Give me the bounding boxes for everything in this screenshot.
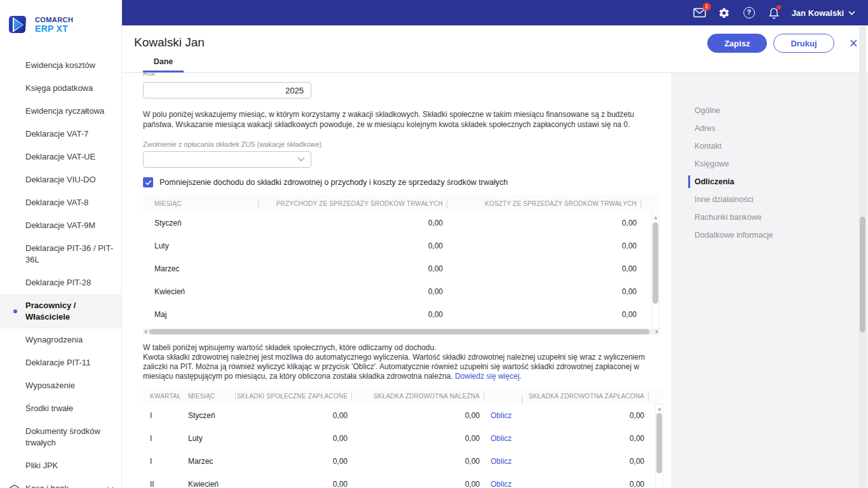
section-nav-item-adres[interactable]: Adres [671,119,868,137]
cost-cell[interactable]: 0,00 [443,287,637,296]
social-paid-cell[interactable]: 0,00 [231,411,348,420]
scroll-right-arrow[interactable] [656,330,658,334]
calculate-link[interactable]: Oblicz [480,457,518,466]
table-row: ILuty0,000,00Oblicz0,00 [143,427,663,450]
notifications-icon[interactable] [767,6,781,20]
scrollbar-thumb[interactable] [656,413,662,473]
page: Kowalski Jan Dane Zapisz Drukuj × Rok W … [122,25,868,488]
sidebar: COMARCH ERP XT Ewidencja kosztówKsięga p… [0,0,122,488]
cost-cell[interactable]: 0,00 [443,241,637,250]
save-button[interactable]: Zapisz [707,34,767,53]
year-label: Rok [143,73,661,77]
calculate-link[interactable]: Oblicz [480,411,518,420]
health-paid-cell[interactable]: 0,00 [518,411,644,420]
sidebar-item-wyposazenie[interactable]: Wyposażenie [0,374,121,397]
contributions-table-vertical-scrollbar[interactable] [655,404,663,487]
scroll-up-arrow[interactable] [658,407,661,410]
scrollbar-thumb[interactable] [653,222,658,304]
cost-cell[interactable]: 0,00 [443,219,637,227]
social-paid-cell[interactable]: 0,00 [231,480,348,488]
sidebar-item-deklaracje-pit-36-pit-36l[interactable]: Deklaracje PIT-36 / PIT-36L [0,237,121,271]
health-paid-cell[interactable]: 0,00 [518,480,644,488]
health-due-cell[interactable]: 0,00 [348,434,480,443]
sidebar-item-ewidencja-kosztow[interactable]: Ewidencja kosztów [0,54,121,77]
month-cell: Styczeń [143,219,254,227]
social-paid-cell[interactable]: 0,00 [231,434,348,443]
section-nav-label: Kontakt [695,142,721,151]
sidebar-item-srodki-trwale[interactable]: Środki trwałe [0,397,121,420]
contributions-table-body: IStyczeń0,000,00Oblicz0,00ILuty0,000,00O… [143,404,663,488]
topbar: 1 ? Jan Kowalski [122,0,868,25]
sidebar-item-wynagrodzenia[interactable]: Wynagrodzenia [0,329,121,351]
calculate-link[interactable]: Oblicz [480,480,518,488]
checkbox-checked-icon[interactable] [143,177,153,187]
revenue-cell[interactable]: 0,00 [254,287,443,296]
section-nav-item-dodatkowe-informacje[interactable]: Dodatkowe informacje [671,226,868,244]
health-paid-cell[interactable]: 0,00 [518,434,644,443]
help-icon[interactable]: ? [742,6,756,20]
section-nav-item-ksiegowe[interactable]: Księgowe [671,155,868,173]
sidebar-item-ewidencja-ryczaltowa[interactable]: Ewidencja ryczałtowa [0,100,121,123]
sidebar-item-label: Pliki JPK [25,461,58,470]
assets-table-horizontal-scrollbar[interactable] [143,329,660,335]
sidebar-item-label: Ewidencja kosztów [25,60,95,70]
year-input[interactable] [143,82,311,98]
scroll-up-arrow[interactable] [654,216,658,219]
section-nav-label: Rachunki bankowe [695,213,762,222]
revenue-cell[interactable]: 0,00 [254,219,443,227]
sidebar-item-deklaracje-pit-28[interactable]: Deklaracje PIT-28 [0,271,121,294]
scrollbar-thumb[interactable] [149,329,649,334]
revenue-cell[interactable]: 0,00 [254,310,443,319]
brand-name: COMARCH [35,16,73,24]
contributions-info-text: W tabeli poniżej wpisujemy wartość skład… [143,343,669,381]
section-nav-item-kontakt[interactable]: Kontakt [671,137,868,155]
print-button[interactable]: Drukuj [773,34,834,53]
sidebar-item-deklaracje-viu-do[interactable]: Deklaracje VIU-DO [0,168,121,191]
sidebar-item-deklaracje-vat-ue[interactable]: Deklaracje VAT-UE [0,146,121,168]
section-nav-item-rachunki-bankowe[interactable]: Rachunki bankowe [671,208,868,226]
cost-cell[interactable]: 0,00 [443,264,637,273]
sidebar-item-deklaracje-vat-8[interactable]: Deklaracje VAT-8 [0,191,121,214]
sidebar-item-pracownicy-wlasciciele[interactable]: Pracownicy / Właściciele [0,294,121,329]
calculate-link[interactable]: Oblicz [480,434,518,443]
scrollbar-thumb[interactable] [860,217,865,332]
cost-cell[interactable]: 0,00 [443,310,637,319]
section-nav-item-odliczenia[interactable]: Odliczenia [671,173,868,191]
mail-icon[interactable]: 1 [693,6,707,20]
sidebar-item-deklaracje-vat-7[interactable]: Deklaracje VAT-7 [0,123,121,146]
revenue-cell[interactable]: 0,00 [254,241,443,250]
tab-dane[interactable]: Dane [143,57,184,72]
learn-more-link[interactable]: Dowiedz się więcej. [455,372,522,381]
page-scrollbar[interactable] [859,26,866,487]
sidebar-item-deklaracje-vat-9m[interactable]: Deklaracje VAT-9M [0,214,121,237]
section-nav-item-ogolne[interactable]: Ogólne [671,102,868,119]
health-due-cell[interactable]: 0,00 [348,411,480,420]
sidebar-item-pliki-jpk[interactable]: Pliki JPK [0,454,121,477]
scroll-left-arrow[interactable] [144,330,147,334]
brand-product: ERP XT [35,24,73,34]
health-due-cell[interactable]: 0,00 [348,457,480,466]
health-deduction-checkbox-row[interactable]: Pomniejszenie dochodu do składki zdrowot… [143,177,661,187]
assets-table-vertical-scrollbar[interactable] [651,213,660,335]
zus-exemption-select[interactable] [143,151,311,168]
assets-sales-table: MIESIĄCPRZYCHODY ZE SPRZEDAŻY ŚRODKÓW TR… [143,195,660,335]
sidebar-item-label: Ewidencja ryczałtowa [25,106,104,116]
sidebar-item-deklaracje-pit-11[interactable]: Deklaracje PIT-11 [0,351,121,374]
brand-logo[interactable]: COMARCH ERP XT [0,0,121,39]
sidebar-item-ksiega-podatkowa[interactable]: Księga podatkowa [0,77,121,100]
user-menu[interactable]: Jan Kowalski [792,8,855,18]
health-paid-cell[interactable]: 0,00 [518,457,644,466]
revenue-cell[interactable]: 0,00 [254,264,443,273]
social-paid-cell[interactable]: 0,00 [231,457,348,466]
sidebar-item-dokumenty-srodkow-trwalych[interactable]: Dokumenty środków trwałych [0,420,121,454]
health-due-cell[interactable]: 0,00 [348,480,480,488]
comarch-logo-icon [8,15,29,34]
close-icon[interactable]: × [850,36,858,51]
section-nav-label: Adres [695,124,715,133]
form-panel: Rok W polu poniżej wskazujemy miesiąc, w… [122,73,671,488]
sidebar-item-label: Wyposażenie [25,381,75,390]
settings-icon[interactable] [717,6,731,20]
section-nav-item-inne-dzialalnosci[interactable]: Inne działalności [671,191,868,208]
sidebar-item-kasa-i-bank[interactable]: Kasa i bank [0,477,121,488]
assets-table-body: Styczeń0,000,00Luty0,000,00Marzec0,000,0… [143,212,660,326]
